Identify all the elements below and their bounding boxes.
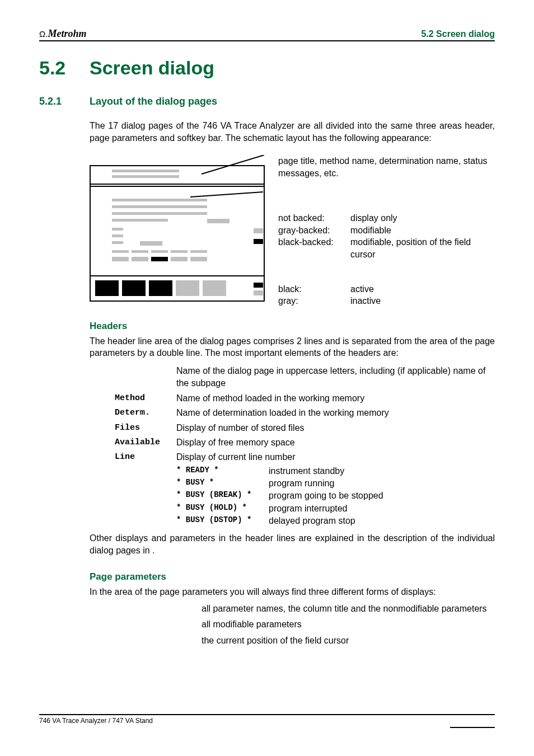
status-desc-3: program interrupted [269, 503, 348, 515]
param-backing-desc-0: display only [350, 212, 397, 224]
section-title: Screen dialog [90, 57, 214, 78]
brand: Ω.Metrohm [39, 28, 86, 40]
svg-rect-8 [112, 199, 207, 201]
footer-corner-rule [450, 727, 495, 728]
param-backing-label-1: gray-backed: [278, 224, 343, 237]
param-backing-label-0: not backed: [278, 212, 343, 224]
status-code-4: * BUSY (DSTOP) * [176, 515, 269, 527]
svg-line-5 [190, 192, 263, 197]
svg-rect-16 [140, 241, 162, 246]
brand-name: Metrohm [48, 28, 86, 39]
svg-rect-31 [149, 280, 172, 296]
softkey-color-label-1: gray: [278, 295, 343, 307]
status-code-1: * BUSY * [176, 477, 269, 490]
def-desc-0: Name of the dialog page in uppercase let… [176, 365, 495, 390]
svg-rect-25 [171, 257, 188, 261]
status-desc-4: delayed program stop [269, 515, 355, 527]
footer-text: 746 VA Trace Analyzer / 747 VA Stand [39, 714, 495, 725]
def-term-0 [90, 365, 176, 390]
headers-subhead: Headers [90, 321, 495, 332]
param-backing-label-2: black-backed: [278, 236, 343, 260]
def-term-4: Available [90, 436, 176, 449]
svg-rect-11 [112, 219, 168, 222]
header-area-annotation: page title, method name, determination n… [278, 156, 488, 178]
status-code-0: * READY * [176, 465, 269, 477]
intro-paragraph: The 17 dialog pages of the 746 VA Trace … [90, 120, 495, 144]
def-desc-1: Name of method loaded in the working mem… [176, 392, 495, 405]
status-desc-1: program running [269, 477, 334, 490]
svg-rect-15 [112, 241, 123, 244]
svg-rect-34 [254, 283, 263, 288]
status-code-2: * BUSY (BREAK) * [176, 490, 269, 502]
svg-rect-14 [112, 234, 123, 237]
svg-rect-23 [132, 257, 148, 261]
running-header: Ω.Metrohm 5.2 Screen dialog [39, 28, 495, 41]
svg-rect-13 [112, 228, 123, 231]
def-term-5: Line [90, 451, 176, 463]
svg-rect-29 [95, 280, 119, 296]
subsection-number: 5.2.1 [39, 96, 90, 107]
status-desc-0: instrument standby [269, 465, 344, 477]
svg-rect-30 [122, 280, 146, 296]
svg-rect-17 [112, 250, 129, 253]
headers-after-paragraph: Other displays and parameters in the hea… [90, 532, 495, 557]
svg-rect-26 [190, 257, 207, 261]
display-form-0: all parameter names, the column title an… [202, 603, 495, 615]
softkey-color-desc-0: active [350, 283, 374, 295]
display-forms-list: all parameter names, the column title an… [202, 603, 495, 647]
svg-rect-24 [151, 257, 168, 261]
svg-rect-21 [190, 250, 207, 253]
section-heading: 5.2Screen dialog [39, 57, 495, 79]
svg-rect-32 [176, 280, 199, 296]
svg-rect-20 [171, 250, 188, 253]
page-params-subhead: Page parameters [90, 571, 495, 583]
def-desc-4: Display of free memory space [176, 436, 495, 449]
svg-rect-10 [112, 212, 207, 215]
subsection-heading: 5.2.1Layout of the dialog pages [39, 96, 495, 107]
def-desc-5: Display of current line number [176, 451, 495, 463]
header-defs-table: Name of the dialog page in uppercase let… [90, 364, 495, 465]
annotation-column: page title, method name, determination n… [278, 155, 495, 312]
display-form-1: all modifiable parameters [202, 618, 495, 631]
svg-rect-6 [112, 170, 179, 172]
def-term-1: Method [90, 392, 176, 405]
def-term-3: Files [90, 422, 176, 434]
def-desc-2: Name of determination loaded in the work… [176, 407, 495, 419]
svg-rect-28 [254, 239, 263, 244]
schematic-drawing [90, 155, 265, 302]
status-desc-2: program going to be stopped [269, 490, 383, 502]
def-desc-3: Display of number of stored files [176, 422, 495, 434]
svg-rect-27 [254, 228, 263, 233]
page-footer: 746 VA Trace Analyzer / 747 VA Stand [0, 714, 534, 725]
status-code-3: * BUSY (HOLD) * [176, 503, 269, 515]
softkey-color-desc-1: inactive [350, 295, 381, 307]
def-term-2: Determ. [90, 407, 176, 419]
running-section-title: 5.2 Screen dialog [421, 29, 495, 39]
param-backing-desc-1: modifiable [350, 224, 391, 237]
svg-rect-9 [112, 205, 207, 208]
svg-rect-19 [151, 250, 168, 253]
brand-prefix: Ω. [39, 29, 48, 39]
svg-rect-33 [203, 280, 226, 296]
svg-rect-22 [112, 257, 129, 261]
display-form-2: the current position of the field cursor [202, 635, 495, 647]
svg-line-4 [202, 155, 264, 174]
page-params-paragraph: In the area of the page parameters you w… [90, 586, 495, 598]
section-number: 5.2 [39, 57, 90, 79]
svg-rect-18 [132, 250, 148, 253]
status-messages-list: * READY *instrument standby * BUSY *prog… [176, 465, 495, 528]
svg-rect-7 [112, 175, 179, 178]
subsection-title: Layout of the dialog pages [90, 96, 217, 107]
headers-paragraph: The header line area of the dialog pages… [90, 335, 495, 359]
svg-rect-35 [254, 290, 263, 295]
param-backing-desc-2: modifiable, position of the field cursor [350, 236, 495, 260]
schematic-figure: page title, method name, determination n… [90, 155, 495, 312]
svg-rect-12 [207, 219, 229, 223]
softkey-color-label-0: black: [278, 283, 343, 295]
